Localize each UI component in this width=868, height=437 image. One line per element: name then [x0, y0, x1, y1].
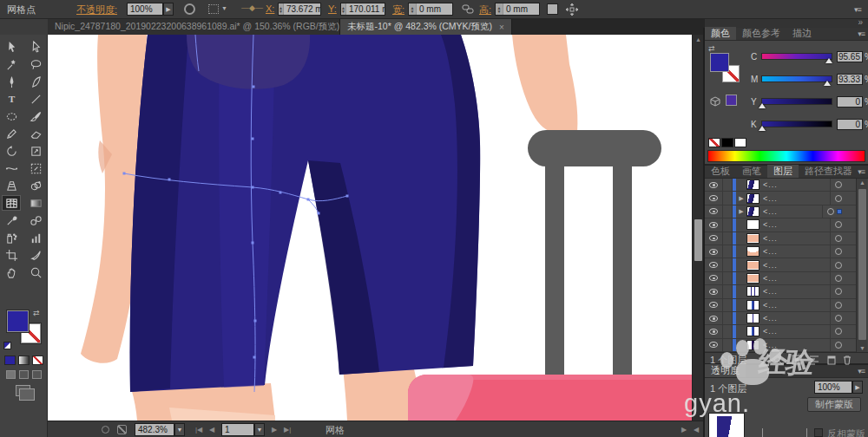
type-tool-icon[interactable]: T — [2, 91, 21, 107]
layer-thumbnail[interactable] — [746, 260, 760, 271]
make-mask-button[interactable]: 制作蒙版 — [807, 397, 861, 412]
status-icon-1[interactable] — [102, 426, 109, 434]
fill-color-swatch[interactable] — [7, 310, 29, 332]
panel-menu-icon[interactable]: ▾≡ — [854, 5, 861, 14]
tab-color[interactable]: 颜色 — [705, 27, 736, 40]
target-circle-icon[interactable] — [835, 248, 842, 255]
visibility-cell[interactable] — [705, 285, 723, 297]
width-tool-icon[interactable] — [2, 160, 21, 176]
panel-menu-icon[interactable]: ▾≡ — [858, 167, 865, 176]
visibility-cell[interactable] — [705, 232, 723, 245]
perspective-grid-tool-icon[interactable] — [2, 178, 21, 193]
black-swatch[interactable] — [721, 138, 733, 147]
direct-selection-tool-icon[interactable] — [26, 39, 45, 55]
tab-color-guide[interactable]: 颜色参考 — [736, 27, 786, 40]
scroll-up-icon[interactable]: ▲ — [695, 36, 701, 42]
out-of-gamut-cube-icon[interactable] — [710, 96, 720, 108]
visibility-cell[interactable] — [705, 205, 723, 218]
canvas-vertical-scrollbar[interactable]: ▲ — [692, 35, 703, 421]
target-circle-icon[interactable] — [827, 208, 834, 215]
layer-row[interactable]: ▶<... — [705, 205, 856, 218]
target-circle-icon[interactable] — [835, 328, 842, 335]
new-sublayer-icon[interactable] — [809, 355, 819, 365]
document-tab-1[interactable]: Nipic_24787180_20190223200638961089.ai* … — [48, 19, 340, 35]
opacity-link[interactable]: 不透明度: — [76, 3, 117, 16]
tab-swatches[interactable]: 色板 — [705, 165, 736, 178]
target-circle-icon[interactable] — [835, 221, 842, 228]
layer-thumbnail[interactable] — [746, 233, 760, 244]
expand-triangle-icon[interactable]: ▶ — [736, 195, 746, 202]
channel-value[interactable]: 95.65 — [837, 51, 863, 62]
tab-pathfinder[interactable]: 路径查找器 — [799, 165, 858, 178]
slider-track[interactable] — [761, 98, 832, 105]
layer-row[interactable]: <... — [705, 285, 856, 298]
tab-transparency[interactable]: 透明度 — [705, 364, 746, 377]
color-button[interactable] — [4, 355, 16, 365]
opacity-field[interactable]: 100% — [127, 3, 163, 16]
lock-cell[interactable] — [723, 299, 733, 311]
layer-row[interactable]: <... — [705, 258, 856, 271]
layer-row[interactable]: ▶<... — [705, 192, 856, 205]
none-button[interactable] — [32, 355, 43, 365]
slider-handle[interactable] — [824, 81, 831, 86]
artboard-number-field[interactable]: 1 — [221, 423, 254, 436]
layer-thumbnail[interactable] — [746, 219, 760, 230]
eraser-tool-icon[interactable] — [26, 126, 45, 141]
artboard-dropdown-icon[interactable]: ▼ — [254, 423, 265, 436]
eye-icon[interactable] — [709, 289, 718, 295]
invert-mask-checkbox[interactable] — [814, 428, 823, 437]
y-label[interactable]: Y: — [328, 3, 337, 14]
ellipse-tool-icon[interactable] — [2, 108, 21, 124]
tab-stroke[interactable]: 描边 — [786, 27, 818, 40]
select-similar-dropdown-icon[interactable]: ▼ — [221, 5, 227, 11]
next-artboard-icon[interactable]: ▶ — [272, 426, 277, 434]
document-tab-2[interactable]: 未标题-10* @ 482.3% (CMYK/预览) × — [340, 19, 512, 35]
visibility-cell[interactable] — [705, 245, 723, 258]
visibility-cell[interactable] — [705, 258, 723, 271]
lock-cell[interactable] — [723, 285, 733, 297]
slider-track[interactable] — [761, 53, 832, 60]
eye-icon[interactable] — [709, 182, 718, 188]
constrain-link-icon[interactable] — [462, 4, 474, 16]
layer-thumbnail[interactable] — [746, 179, 760, 190]
slice-tool-icon[interactable] — [26, 247, 45, 263]
height-label[interactable]: 高: — [479, 3, 491, 16]
visibility-cell[interactable] — [705, 218, 723, 231]
recolor-artwork-icon[interactable] — [184, 3, 195, 15]
eye-icon[interactable] — [709, 316, 718, 322]
target-circle-icon[interactable] — [835, 235, 842, 242]
draw-behind-icon[interactable] — [19, 370, 29, 379]
color-spectrum-bar[interactable] — [707, 150, 865, 162]
scroll-down-icon[interactable]: ▼ — [859, 345, 865, 351]
gamut-color-swatch[interactable] — [726, 95, 737, 106]
channel-value[interactable]: 93.33 — [837, 74, 863, 85]
panel-menu-icon[interactable]: ▾≡ — [858, 367, 865, 375]
first-artboard-icon[interactable]: |◀ — [195, 426, 202, 434]
export-icon[interactable] — [117, 425, 127, 434]
layer-thumbnail[interactable] — [746, 340, 760, 350]
pencil-tool-icon[interactable] — [2, 126, 21, 141]
close-tab-icon[interactable]: × — [499, 23, 504, 32]
scroll-right-icon[interactable]: ▶ — [681, 426, 687, 434]
opacity-dropdown-icon[interactable]: ▶ — [852, 381, 863, 394]
target-circle-icon[interactable] — [835, 315, 842, 322]
none-swatch[interactable] — [708, 138, 720, 147]
pen-tool-icon[interactable] — [2, 74, 21, 89]
select-similar-icon[interactable] — [208, 4, 219, 14]
panel-menu-icon[interactable]: ▾≡ — [858, 29, 865, 38]
slider-handle[interactable] — [759, 126, 766, 131]
visibility-cell[interactable] — [705, 179, 723, 191]
eye-icon[interactable] — [709, 342, 718, 348]
canvas-artboard[interactable] — [48, 35, 703, 421]
layer-thumbnail[interactable] — [746, 246, 760, 257]
visibility-cell[interactable] — [705, 192, 723, 204]
artboard-tool-icon[interactable] — [2, 247, 21, 263]
rotate-tool-icon[interactable] — [2, 143, 21, 159]
draw-inside-icon[interactable] — [32, 370, 42, 379]
screen-mode-icon[interactable] — [16, 385, 30, 396]
eyedropper-tool-icon[interactable] — [2, 212, 21, 228]
transform-icon[interactable] — [566, 3, 578, 17]
layer-row[interactable]: <... — [705, 245, 856, 258]
free-transform-tool-icon[interactable] — [26, 160, 45, 176]
new-layer-icon[interactable] — [826, 355, 837, 365]
